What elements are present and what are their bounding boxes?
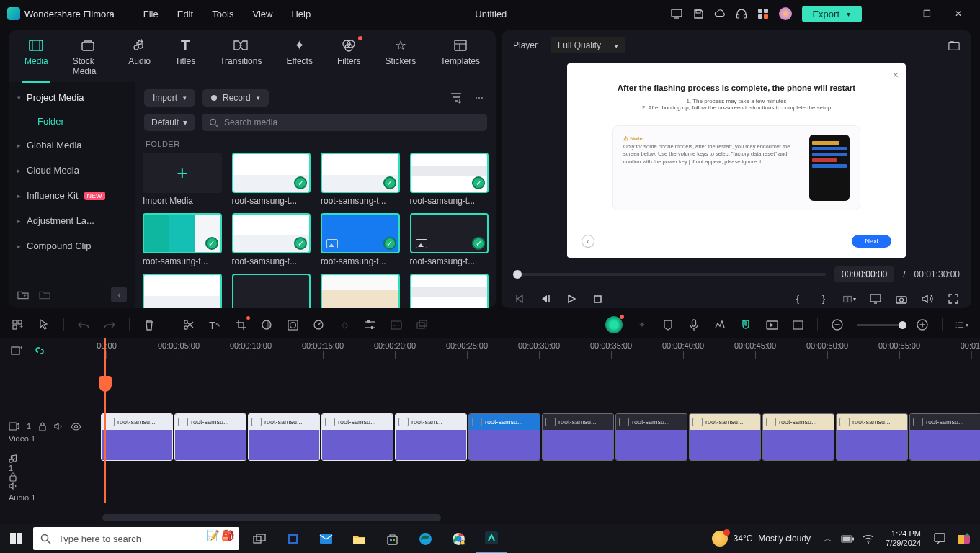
tab-templates[interactable]: Templates bbox=[435, 35, 486, 82]
ai-assistant-icon[interactable] bbox=[605, 316, 623, 333]
prev-frame-button[interactable] bbox=[513, 292, 526, 305]
mark-out-icon[interactable]: } bbox=[817, 292, 830, 305]
task-view-icon[interactable] bbox=[244, 524, 275, 553]
sidebar-compound-clip[interactable]: ▸Compound Clip bbox=[9, 233, 135, 258]
tray-app-icon[interactable] bbox=[953, 524, 976, 553]
sidebar-adjustment-layer[interactable]: ▸Adjustment La... bbox=[9, 208, 135, 233]
scrub-slider[interactable] bbox=[513, 273, 826, 276]
timeline-clip[interactable]: root-samsu... bbox=[909, 413, 980, 461]
display-icon[interactable] bbox=[869, 292, 882, 305]
layers-icon[interactable] bbox=[416, 318, 429, 331]
sidebar-influence-kit[interactable]: ▸Influence KitNEW bbox=[9, 183, 135, 208]
media-thumbnail[interactable] bbox=[410, 274, 489, 308]
camera-icon[interactable] bbox=[895, 292, 908, 305]
menu-edit[interactable]: Edit bbox=[177, 9, 193, 19]
timeline-clip[interactable]: root-samsu... bbox=[542, 413, 614, 461]
tab-audio[interactable]: Audio bbox=[122, 35, 156, 82]
time-ruler[interactable]: 00:0000:00:05:0000:00:10:0000:00:15:0000… bbox=[101, 338, 980, 363]
undo-icon[interactable] bbox=[77, 318, 90, 331]
zoom-handle[interactable] bbox=[899, 321, 906, 329]
search-input[interactable]: Search media bbox=[202, 114, 487, 131]
mark-in-icon[interactable]: { bbox=[791, 292, 804, 305]
wifi-icon[interactable] bbox=[863, 534, 874, 544]
fullscreen-icon[interactable] bbox=[947, 292, 960, 305]
media-thumbnail[interactable] bbox=[143, 274, 222, 308]
tab-filters[interactable]: Filters bbox=[331, 35, 367, 82]
start-button[interactable] bbox=[0, 524, 32, 553]
crop-icon[interactable] bbox=[234, 318, 247, 331]
view-mode-icon[interactable]: ▾ bbox=[843, 292, 856, 305]
add-folder-icon[interactable]: + bbox=[17, 289, 29, 300]
split-icon[interactable] bbox=[182, 318, 195, 331]
weather-widget[interactable]: 34°C Mostly cloudy bbox=[705, 531, 819, 547]
auto-ripple-icon[interactable] bbox=[33, 344, 46, 357]
tab-transitions[interactable]: Transitions bbox=[214, 35, 267, 82]
timeline-clip[interactable]: root-samsu... bbox=[101, 413, 173, 461]
timeline-clip[interactable]: root-sam... bbox=[395, 413, 467, 461]
tab-media[interactable]: Media bbox=[19, 35, 54, 82]
notifications-icon[interactable] bbox=[928, 524, 951, 553]
list-toggle-icon[interactable]: ▾ bbox=[956, 318, 968, 331]
sidebar-folder[interactable]: Folder bbox=[9, 110, 135, 132]
file-explorer-icon[interactable] bbox=[343, 524, 375, 553]
speed-icon[interactable] bbox=[312, 318, 325, 331]
tab-effects[interactable]: ✦Effects bbox=[280, 35, 318, 82]
media-thumbnail[interactable]: ✓root-samsung-t... bbox=[321, 153, 400, 206]
more-options-icon[interactable]: ⋯ bbox=[471, 90, 487, 106]
tab-stock-media[interactable]: Stock Media bbox=[67, 35, 110, 82]
sidebar-global-media[interactable]: ▸Global Media bbox=[9, 132, 135, 158]
tray-chevron-icon[interactable]: ︿ bbox=[824, 533, 832, 545]
battery-icon[interactable] bbox=[841, 535, 854, 543]
snapshot-icon[interactable] bbox=[948, 40, 960, 51]
menu-view[interactable]: View bbox=[252, 9, 272, 19]
adjust-icon[interactable] bbox=[364, 318, 377, 331]
keyframe-icon[interactable]: ◇ bbox=[338, 318, 351, 331]
zoom-out-icon[interactable] bbox=[831, 318, 844, 331]
sidebar-cloud-media[interactable]: ▸Cloud Media bbox=[9, 158, 135, 183]
menu-file[interactable]: File bbox=[143, 9, 159, 19]
media-thumbnail[interactable]: ✓root-samsung-t... bbox=[143, 213, 222, 266]
save-icon[interactable] bbox=[692, 8, 704, 19]
mute-icon[interactable] bbox=[9, 482, 18, 490]
minimize-button[interactable]: — bbox=[879, 3, 911, 24]
play-button[interactable] bbox=[565, 292, 578, 305]
marker-shield-icon[interactable] bbox=[662, 318, 674, 331]
tracks-add-icon[interactable]: + bbox=[12, 318, 24, 331]
delete-icon[interactable] bbox=[143, 318, 156, 331]
account-avatar-icon[interactable] bbox=[779, 7, 792, 20]
mask-icon[interactable] bbox=[286, 318, 299, 331]
mute-icon[interactable] bbox=[54, 422, 63, 431]
timeline-clip[interactable]: root-samsu... bbox=[468, 413, 540, 461]
current-timecode[interactable]: 00:00:00:00 bbox=[834, 266, 894, 282]
render-icon[interactable] bbox=[765, 318, 778, 331]
media-thumbnail[interactable] bbox=[321, 274, 400, 308]
edge-icon[interactable] bbox=[409, 524, 441, 553]
media-thumbnail[interactable]: ✓root-samsung-t... bbox=[232, 213, 311, 266]
timeline-clip[interactable]: root-samsu... bbox=[248, 413, 320, 461]
mic-icon[interactable] bbox=[687, 318, 700, 331]
video-track-header[interactable]: 1 Video 1 bbox=[0, 406, 101, 458]
media-thumbnail[interactable]: ✓root-samsung-t... bbox=[232, 153, 311, 206]
media-thumbnail[interactable]: ✓root-samsung-t... bbox=[410, 213, 489, 266]
enhance-icon[interactable]: ✦ bbox=[636, 318, 649, 331]
menu-help[interactable]: Help bbox=[291, 9, 311, 19]
import-media-tile[interactable]: +Import Media bbox=[143, 153, 222, 206]
volume-icon[interactable] bbox=[921, 292, 934, 305]
cloud-icon[interactable] bbox=[714, 8, 726, 19]
lock-icon[interactable] bbox=[9, 472, 18, 482]
sort-default-dropdown[interactable]: Default▾ bbox=[144, 114, 195, 131]
export-button[interactable]: Export ▾ bbox=[802, 6, 862, 22]
apps-grid-icon[interactable] bbox=[757, 8, 769, 19]
sidebar-project-media[interactable]: ▾Project Media bbox=[9, 85, 135, 110]
subtitle-icon[interactable] bbox=[390, 318, 403, 331]
taskbar-clock[interactable]: 1:24 PM 7/29/2024 bbox=[880, 529, 927, 548]
redo-icon[interactable] bbox=[103, 318, 116, 331]
taskbar-search[interactable]: Type here to search 📝🎒 bbox=[33, 527, 239, 550]
text-tool-icon[interactable]: T✎ bbox=[208, 318, 221, 331]
preview-area[interactable]: × After the flashing process is complete… bbox=[502, 60, 971, 261]
import-dropdown[interactable]: Import▾ bbox=[144, 89, 195, 107]
tab-stickers[interactable]: ☆Stickers bbox=[380, 35, 422, 82]
mail-icon[interactable] bbox=[310, 524, 342, 553]
selection-tool-icon[interactable] bbox=[37, 318, 50, 331]
device-icon[interactable] bbox=[671, 8, 682, 19]
